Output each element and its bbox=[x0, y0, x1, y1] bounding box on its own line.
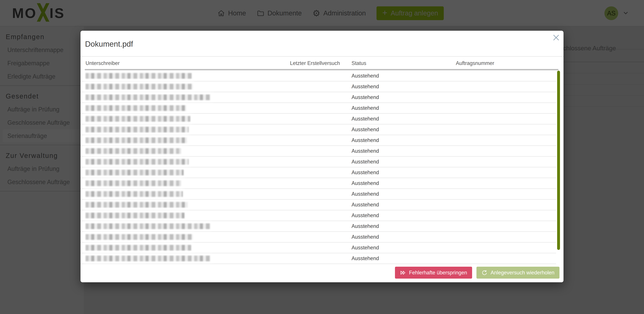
signer-name-redacted bbox=[86, 159, 189, 165]
modal-title: Dokument.pdf bbox=[85, 40, 133, 49]
table-row[interactable]: Ausstehend bbox=[80, 242, 556, 253]
signer-name-redacted bbox=[86, 223, 210, 229]
table-row[interactable]: Ausstehend bbox=[80, 157, 556, 167]
signer-name-redacted bbox=[86, 202, 188, 208]
status-cell: Ausstehend bbox=[352, 159, 456, 165]
retry-create-button[interactable]: Anlegeversuch wiederholen bbox=[476, 267, 560, 278]
status-cell: Ausstehend bbox=[352, 169, 456, 176]
signer-name-cell bbox=[86, 191, 290, 197]
signer-name-redacted bbox=[86, 95, 210, 100]
skip-failed-label: Fehlerhafte überspringen bbox=[409, 270, 467, 276]
table-header-divider bbox=[85, 69, 558, 70]
close-button[interactable] bbox=[552, 33, 561, 43]
signer-name-redacted bbox=[86, 180, 181, 186]
close-icon bbox=[552, 34, 560, 42]
table-row[interactable]: Ausstehend bbox=[80, 71, 556, 81]
signer-name-redacted bbox=[86, 245, 191, 250]
status-cell: Ausstehend bbox=[352, 202, 456, 208]
table-row[interactable]: Ausstehend bbox=[80, 103, 556, 114]
table-row[interactable]: Ausstehend bbox=[80, 81, 556, 92]
signer-name-redacted bbox=[86, 191, 183, 197]
signer-name-redacted bbox=[86, 73, 192, 79]
status-cell: Ausstehend bbox=[352, 105, 456, 111]
column-header-unterschreiber: Unterschreiber bbox=[86, 60, 290, 66]
signer-name-cell bbox=[86, 95, 290, 100]
status-cell: Ausstehend bbox=[352, 234, 456, 240]
signer-name-redacted bbox=[86, 105, 186, 111]
signer-name-cell bbox=[86, 105, 290, 111]
table-row[interactable]: Ausstehend bbox=[80, 124, 556, 135]
document-modal: Dokument.pdf Unterschreiber Letzter Erst… bbox=[80, 31, 564, 282]
signer-name-redacted bbox=[86, 137, 187, 143]
status-cell: Ausstehend bbox=[352, 73, 456, 79]
status-cell: Ausstehend bbox=[352, 223, 456, 229]
signer-name-redacted bbox=[86, 116, 190, 122]
signer-name-cell bbox=[86, 116, 290, 122]
signer-name-redacted bbox=[86, 84, 193, 90]
status-cell: Ausstehend bbox=[352, 245, 456, 251]
table-row[interactable]: Ausstehend bbox=[80, 92, 556, 103]
signer-name-cell bbox=[86, 256, 290, 261]
table-row[interactable]: Ausstehend bbox=[80, 210, 556, 221]
signer-name-cell bbox=[86, 159, 290, 165]
table-row[interactable]: Ausstehend bbox=[80, 167, 556, 178]
signer-name-redacted bbox=[86, 256, 210, 261]
status-cell: Ausstehend bbox=[352, 212, 456, 218]
table-row[interactable]: Ausstehend bbox=[80, 178, 556, 189]
signer-name-cell bbox=[86, 202, 290, 208]
retry-create-label: Anlegeversuch wiederholen bbox=[490, 270, 554, 276]
signer-table-body: Ausstehend Ausstehend Ausstehend Aussteh… bbox=[80, 71, 556, 264]
table-row[interactable]: Ausstehend bbox=[80, 200, 556, 210]
signer-name-cell bbox=[86, 180, 290, 186]
status-cell: Ausstehend bbox=[352, 116, 456, 122]
table-row[interactable]: Ausstehend bbox=[80, 221, 556, 232]
signer-name-cell bbox=[86, 245, 290, 250]
signer-name-redacted bbox=[86, 234, 193, 240]
signer-name-redacted bbox=[86, 170, 184, 175]
signer-name-cell bbox=[86, 213, 290, 218]
table-row[interactable]: Ausstehend bbox=[80, 253, 556, 264]
status-cell: Ausstehend bbox=[352, 148, 456, 154]
column-header-status: Status bbox=[352, 60, 456, 66]
modal-title-divider bbox=[80, 56, 564, 57]
status-cell: Ausstehend bbox=[352, 127, 456, 133]
table-row[interactable]: Ausstehend bbox=[80, 189, 556, 200]
signer-name-cell bbox=[86, 84, 290, 90]
skip-failed-button[interactable]: Fehlerhafte überspringen bbox=[395, 267, 472, 278]
signer-name-cell bbox=[86, 127, 290, 132]
table-row[interactable]: Ausstehend bbox=[80, 232, 556, 242]
signer-name-redacted bbox=[86, 213, 184, 218]
signer-name-cell bbox=[86, 137, 290, 143]
signer-name-cell bbox=[86, 234, 290, 240]
status-cell: Ausstehend bbox=[352, 180, 456, 186]
retry-icon bbox=[482, 270, 488, 276]
status-cell: Ausstehend bbox=[352, 191, 456, 197]
signer-name-cell bbox=[86, 223, 290, 229]
fast-forward-icon bbox=[400, 270, 406, 276]
column-header-auftragsnummer: Auftragsnummer bbox=[456, 60, 558, 66]
status-cell: Ausstehend bbox=[352, 255, 456, 261]
signer-name-cell bbox=[86, 170, 290, 175]
table-row[interactable]: Ausstehend bbox=[80, 146, 556, 157]
table-row[interactable]: Ausstehend bbox=[80, 114, 556, 124]
status-cell: Ausstehend bbox=[352, 137, 456, 143]
modal-footer: Fehlerhafte überspringen Anlegeversuch w… bbox=[395, 267, 560, 278]
signer-name-cell bbox=[86, 148, 290, 154]
status-cell: Ausstehend bbox=[352, 84, 456, 90]
signer-name-cell bbox=[86, 73, 290, 79]
column-header-letzter-erstellversuch: Letzter Erstellversuch bbox=[290, 60, 352, 66]
vertical-scrollbar-thumb[interactable] bbox=[557, 71, 560, 250]
status-cell: Ausstehend bbox=[352, 94, 456, 100]
signer-name-redacted bbox=[86, 127, 189, 132]
signer-table-header: Unterschreiber Letzter Erstellversuch St… bbox=[86, 59, 558, 68]
table-row[interactable]: Ausstehend bbox=[80, 135, 556, 146]
signer-name-redacted bbox=[86, 148, 181, 154]
